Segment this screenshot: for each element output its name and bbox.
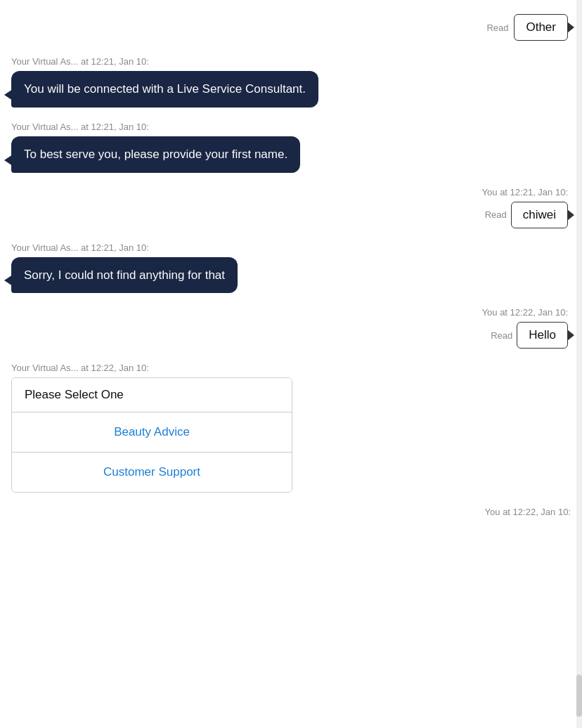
read-label-hello: Read: [491, 330, 512, 341]
user-bubble-chiwei: chiwei: [511, 202, 568, 228]
bot-message-1: Your Virtual As... at 12:21, Jan 10: You…: [0, 51, 582, 113]
selection-option-beauty[interactable]: Beauty Advice: [12, 412, 292, 453]
bot-sender-selection: Your Virtual As... at 12:22, Jan 10:: [11, 363, 571, 373]
read-label-other: Read: [486, 22, 508, 33]
user-bubble-wrapper-chiwei: Read chiwei: [485, 202, 568, 228]
chat-container: Read Other Your Virtual As... at 12:21, …: [0, 0, 582, 728]
user-sender-hello: You at 12:22, Jan 10:: [482, 307, 568, 318]
user-bubble-wrapper-hello: Read Hello: [491, 322, 568, 349]
selection-menu: Please Select One Beauty Advice Customer…: [11, 377, 292, 493]
bot-bubble-3: Sorry, I could not find anything for tha…: [11, 257, 238, 294]
bot-sender-3: Your Virtual As... at 12:21, Jan 10:: [11, 242, 571, 253]
user-bubble-hello: Hello: [517, 322, 568, 349]
read-label-chiwei: Read: [485, 209, 507, 220]
selection-option-support[interactable]: Customer Support: [12, 453, 292, 492]
bot-bubble-2: To best serve you, please provide your f…: [11, 136, 300, 173]
bot-message-2: Your Virtual As... at 12:21, Jan 10: To …: [0, 116, 582, 178]
user-sender-chiwei: You at 12:21, Jan 10:: [482, 187, 568, 197]
scrollbar-thumb[interactable]: [576, 675, 582, 717]
bot-sender-2: Your Virtual As... at 12:21, Jan 10:: [11, 122, 571, 132]
partial-sender-label: You at 12:22, Jan 10:: [11, 507, 571, 517]
partial-user-row: You at 12:22, Jan 10:: [0, 501, 582, 527]
user-message-hello: You at 12:22, Jan 10: Read Hello: [0, 301, 582, 354]
bot-bubble-1: You will be connected with a Live Servic…: [11, 71, 318, 108]
bot-message-3: Your Virtual As... at 12:21, Jan 10: Sor…: [0, 237, 582, 299]
bot-selection-section: Your Virtual As... at 12:22, Jan 10: Ple…: [0, 357, 582, 498]
selection-header: Please Select One: [12, 378, 292, 412]
scrollbar[interactable]: [576, 0, 582, 728]
top-other-message: Read Other: [0, 7, 582, 48]
user-message-chiwei: You at 12:21, Jan 10: Read chiwei: [0, 181, 582, 234]
bot-sender-1: Your Virtual As... at 12:21, Jan 10:: [11, 56, 571, 67]
user-bubble-other: Other: [514, 14, 568, 41]
